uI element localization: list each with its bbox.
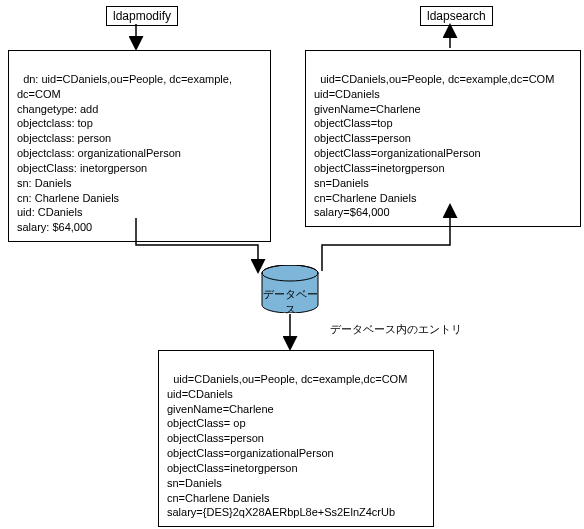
database-cylinder: データベース — [260, 265, 320, 313]
ldapsearch-label: ldapsearch — [420, 6, 493, 26]
db-entry-caption: データベース内のエントリ — [330, 322, 462, 337]
ldapsearch-content: uid=CDaniels,ou=People, dc=example,dc=CO… — [314, 73, 554, 219]
ldapsearch-label-text: ldapsearch — [427, 9, 486, 23]
database-entry-box: uid=CDaniels,ou=People, dc=example,dc=CO… — [158, 350, 434, 527]
ldapmodify-label: ldapmodify — [106, 6, 178, 26]
database-label: データベース — [260, 287, 320, 317]
ldapmodify-label-text: ldapmodify — [113, 9, 171, 23]
database-entry-content: uid=CDaniels,ou=People, dc=example,dc=CO… — [167, 373, 407, 519]
ldapmodify-box: dn: uid=CDaniels,ou=People, dc=example, … — [8, 50, 271, 242]
ldapmodify-content: dn: uid=CDaniels,ou=People, dc=example, … — [17, 73, 232, 233]
ldapsearch-box: uid=CDaniels,ou=People, dc=example,dc=CO… — [305, 50, 581, 227]
